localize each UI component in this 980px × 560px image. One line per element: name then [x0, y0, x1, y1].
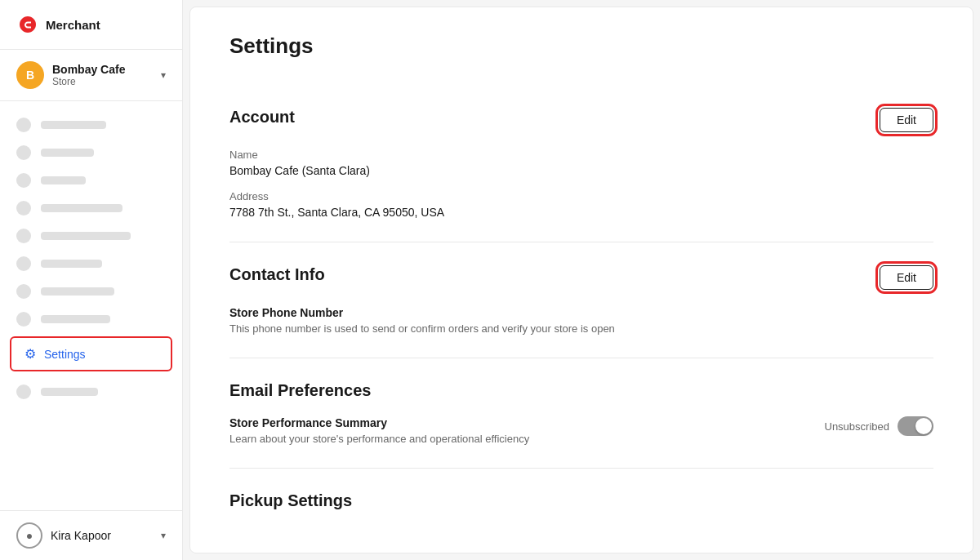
- gear-icon: ⚙: [24, 346, 36, 362]
- nav-placeholder-8: [0, 305, 182, 333]
- sidebar-header: Merchant: [0, 0, 182, 50]
- user-chevron-icon: ▾: [161, 530, 166, 541]
- settings-nav-label: Settings: [44, 348, 86, 361]
- nav-circle-1: [16, 118, 31, 132]
- nav-circle-4: [16, 201, 31, 216]
- pickup-settings-section: Pickup Settings: [229, 469, 933, 533]
- user-avatar: ●: [16, 522, 42, 549]
- nav-circle-7: [16, 284, 31, 299]
- nav-circle-3: [16, 173, 31, 188]
- account-section: Account Edit Name Bombay Cafe (Santa Cla…: [229, 85, 933, 242]
- nav-placeholder-3: [0, 167, 182, 194]
- account-address-value: 7788 7th St., Santa Clara, CA 95050, USA: [229, 206, 933, 219]
- account-section-title: Account: [229, 108, 295, 127]
- contact-edit-button[interactable]: Edit: [880, 265, 933, 290]
- nav-bar-8: [41, 315, 110, 323]
- store-performance-pref-row: Store Performance Summary Learn about yo…: [229, 416, 933, 445]
- doordash-logo: Merchant: [16, 13, 100, 36]
- nav-circle-8: [16, 312, 31, 327]
- nav-bar-1: [41, 121, 106, 129]
- account-section-header: Account Edit: [229, 108, 933, 132]
- email-section-title: Email Preferences: [229, 381, 371, 400]
- page-title: Settings: [229, 33, 933, 59]
- phone-description: This phone number is used to send or con…: [229, 322, 933, 335]
- nav-bar-2: [41, 149, 94, 157]
- user-name: Kira Kapoor: [51, 529, 153, 542]
- toggle-knob: [915, 418, 932, 434]
- store-name: Bombay Cafe: [52, 63, 153, 76]
- email-section-header: Email Preferences: [229, 381, 933, 400]
- sidebar-footer[interactable]: ● Kira Kapoor ▾: [0, 510, 182, 560]
- nav-bar-4: [41, 204, 122, 212]
- nav-bar-3: [41, 176, 86, 184]
- nav-bar-7: [41, 287, 114, 296]
- chevron-down-icon: ▾: [161, 69, 166, 81]
- nav-circle-9: [16, 384, 31, 399]
- sidebar-item-settings[interactable]: ⚙ Settings: [10, 336, 172, 371]
- app-title: Merchant: [46, 18, 100, 32]
- nav-circle-5: [16, 229, 31, 243]
- account-edit-button[interactable]: Edit: [880, 108, 933, 132]
- sidebar-nav: ⚙ Settings: [0, 101, 182, 510]
- contact-section-title: Contact Info: [229, 265, 325, 284]
- pref-title: Store Performance Summary: [229, 416, 792, 429]
- store-selector[interactable]: B Bombay Cafe Store ▾: [0, 50, 182, 101]
- nav-placeholder-7: [0, 278, 182, 305]
- nav-placeholder-4: [0, 194, 182, 222]
- user-icon: ●: [26, 529, 33, 542]
- nav-circle-2: [16, 145, 31, 160]
- account-name-label: Name: [229, 149, 933, 161]
- contact-section-header: Contact Info Edit: [229, 265, 933, 290]
- sidebar: Merchant B Bombay Cafe Store ▾: [0, 0, 183, 560]
- unsubscribed-label: Unsubscribed: [825, 420, 890, 433]
- nav-placeholder-5: [0, 222, 182, 250]
- nav-placeholder-1: [0, 111, 182, 139]
- nav-bar-6: [41, 260, 102, 268]
- nav-bar-9: [41, 388, 98, 396]
- pickup-settings-title: Pickup Settings: [229, 491, 933, 510]
- account-name-value: Bombay Cafe (Santa Clara): [229, 164, 933, 177]
- nav-bar-5: [41, 232, 131, 240]
- nav-placeholder-6: [0, 250, 182, 278]
- doordash-icon: [16, 13, 39, 36]
- nav-placeholder-9: [0, 378, 182, 406]
- store-type: Store: [52, 76, 153, 87]
- account-address-label: Address: [229, 190, 933, 202]
- nav-placeholder-2: [0, 139, 182, 167]
- contact-info-section: Contact Info Edit Store Phone Number Thi…: [229, 242, 933, 358]
- pref-info: Store Performance Summary Learn about yo…: [229, 416, 792, 445]
- main-content: Settings Account Edit Name Bombay Cafe (…: [189, 7, 973, 553]
- pref-desc: Learn about your store's performance and…: [229, 433, 792, 445]
- store-avatar: B: [16, 61, 44, 89]
- phone-label: Store Phone Number: [229, 306, 933, 319]
- nav-circle-6: [16, 256, 31, 271]
- store-info: Bombay Cafe Store: [52, 63, 153, 87]
- pref-right: Unsubscribed: [825, 416, 934, 436]
- email-preferences-section: Email Preferences Store Performance Summ…: [229, 358, 933, 469]
- email-toggle[interactable]: [898, 416, 933, 436]
